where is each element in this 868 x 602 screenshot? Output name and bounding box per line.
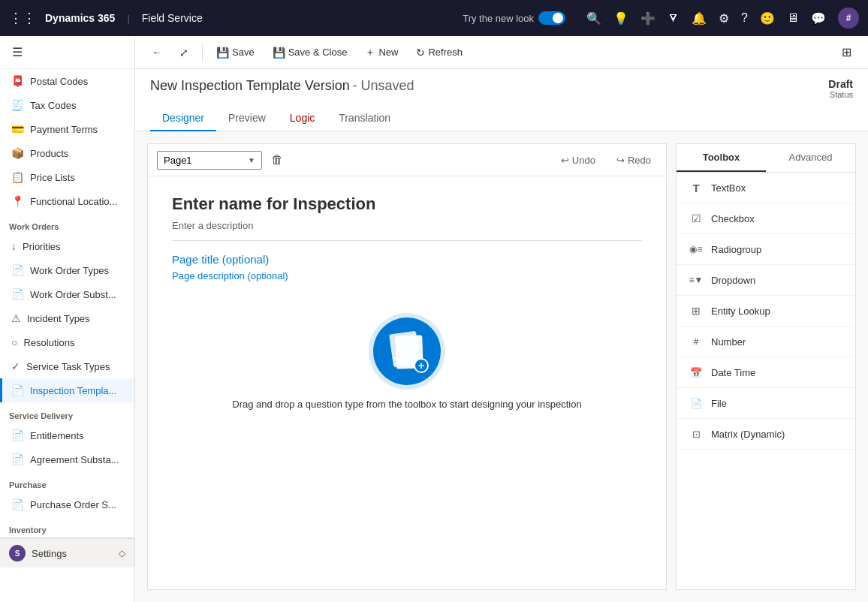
inspection-title-input[interactable]: Enter name for Inspection <box>172 194 642 214</box>
save-icon: 💾 <box>216 47 229 59</box>
inspection-description-input[interactable]: Enter a description <box>172 220 642 231</box>
tab-advanced[interactable]: Advanced <box>766 144 855 172</box>
page-title-block: New Inspection Template Version - Unsave… <box>150 78 414 94</box>
save-button[interactable]: 💾 Save <box>209 42 262 63</box>
sidebar-item-work-order-subst[interactable]: 📄 Work Order Subst... <box>0 282 134 306</box>
forward-button[interactable]: ⤢ <box>172 42 196 63</box>
expand-icon: ⊞ <box>842 45 851 59</box>
tab-logic[interactable]: Logic <box>278 106 327 131</box>
toolbox-panel: Toolbox Advanced T TextBox ☑ Checkbox ◉≡… <box>676 143 856 590</box>
page-status: Draft Status <box>828 78 853 99</box>
settings-bar[interactable]: S Settings ◇ <box>0 538 134 567</box>
tab-translation[interactable]: Translation <box>327 106 402 131</box>
expand-button[interactable]: ⊞ <box>834 41 859 64</box>
toolbox-item-radiogroup[interactable]: ◉≡ Radiogroup <box>677 234 855 265</box>
gear-icon[interactable]: ⚙ <box>719 11 729 26</box>
toolbox-label-radiogroup: Radiogroup <box>711 244 761 255</box>
payment-terms-icon: 💳 <box>11 123 24 135</box>
chat-icon[interactable]: 💬 <box>811 11 826 26</box>
save-close-label: Save & Close <box>288 47 348 58</box>
sidebar-item-service-task-types[interactable]: ✓ Service Task Types <box>0 354 134 378</box>
tab-designer[interactable]: Designer <box>150 106 216 131</box>
user-avatar[interactable]: # <box>838 8 859 29</box>
inspection-form: Enter name for Inspection Enter a descri… <box>148 176 666 589</box>
refresh-button[interactable]: ↻ Refresh <box>408 42 470 63</box>
checkbox-icon: ☑ <box>689 211 704 226</box>
lightbulb-icon[interactable]: 💡 <box>613 11 628 26</box>
remote-icon[interactable]: 🖥 <box>787 11 799 25</box>
sidebar-item-postal-codes[interactable]: 📮 Postal Codes <box>0 69 134 93</box>
cmd-separator <box>202 44 203 62</box>
file-icon: 📄 <box>689 396 704 411</box>
sidebar-item-inspection-templates[interactable]: 📄 Inspection Templa... <box>0 378 134 402</box>
inventory-header: Inventory <box>0 516 134 537</box>
back-button[interactable]: ← <box>144 42 169 62</box>
incident-types-icon: ⚠ <box>11 312 21 324</box>
work-order-subst-icon: 📄 <box>11 288 24 300</box>
help-icon[interactable]: ? <box>741 11 748 25</box>
bell-icon[interactable]: 🔔 <box>692 11 707 26</box>
sidebar-item-price-lists[interactable]: 📋 Price Lists <box>0 165 134 189</box>
sidebar-item-label: Inspection Templa... <box>30 385 116 396</box>
plus-icon[interactable]: ➕ <box>640 11 656 26</box>
page-dropdown-value: Page1 <box>164 155 192 166</box>
search-icon[interactable]: 🔍 <box>586 11 601 26</box>
sidebar-item-purchase-order[interactable]: 📄 Purchase Order S... <box>0 492 134 516</box>
filter-icon[interactable]: ⛛ <box>668 11 680 25</box>
sidebar-item-entitlements[interactable]: 📄 Entitlements <box>0 423 134 447</box>
forward-icon: ⤢ <box>179 47 188 59</box>
functional-locations-icon: 📍 <box>11 195 24 207</box>
toolbox-item-datetime[interactable]: 📅 Date Time <box>677 357 855 388</box>
toolbox-item-entity-lookup[interactable]: ⊞ Entity Lookup <box>677 296 855 327</box>
add-icon: + <box>414 358 429 373</box>
products-icon: 📦 <box>11 147 24 159</box>
toolbox-items: T TextBox ☑ Checkbox ◉≡ Radiogroup ≡▼ Dr… <box>677 173 855 589</box>
undo-button[interactable]: ↩ Undo <box>555 152 601 169</box>
toolbox-item-textbox[interactable]: T TextBox <box>677 173 855 203</box>
redo-button[interactable]: ↪ Redo <box>610 152 657 169</box>
grid-icon[interactable]: ⋮⋮ <box>9 10 36 26</box>
new-look-toggle[interactable] <box>538 11 565 25</box>
topnav-icons: 🔍 💡 ➕ ⛛ 🔔 ⚙ ? 🙂 🖥 💬 # <box>586 8 859 29</box>
settings-chevron-icon: ◇ <box>119 548 125 558</box>
sidebar-item-label: Service Task Types <box>26 361 110 372</box>
sidebar-item-resolutions[interactable]: ○ Resolutions <box>0 330 134 354</box>
page-section: Page title (optional) Page description (… <box>172 253 642 293</box>
sidebar-item-label: Work Order Subst... <box>30 289 116 300</box>
page-dropdown[interactable]: Page1 ▼ <box>157 151 262 170</box>
sidebar-item-label: Products <box>30 148 68 159</box>
inner-content: Page1 ▼ 🗑 ↩ Undo ↪ Redo <box>135 131 868 602</box>
sidebar-item-label: Entitlements <box>30 430 84 441</box>
toolbox-item-file[interactable]: 📄 File <box>677 388 855 419</box>
inspection-divider <box>172 240 642 241</box>
sidebar-item-products[interactable]: 📦 Products <box>0 141 134 165</box>
sidebar-item-agreement-subst[interactable]: 📄 Agreement Substa... <box>0 447 134 471</box>
toolbox-item-number[interactable]: # Number <box>677 327 855 357</box>
page-title-optional[interactable]: Page title (optional) <box>172 253 642 266</box>
new-button[interactable]: ＋ New <box>357 41 405 64</box>
sidebar-item-functional-locations[interactable]: 📍 Functional Locatio... <box>0 189 134 213</box>
toolbox-label-datetime: Date Time <box>711 367 755 378</box>
command-bar: ← ⤢ 💾 Save 💾 Save & Close ＋ New ↻ Refres… <box>135 36 868 69</box>
app-name: Dynamics 365 <box>45 12 115 24</box>
sparkle-icon-1: ✦ <box>393 337 399 345</box>
sidebar-item-work-order-types[interactable]: 📄 Work Order Types <box>0 258 134 282</box>
toolbox-item-dropdown[interactable]: ≡▼ Dropdown <box>677 265 855 296</box>
page-desc-optional[interactable]: Page description (optional) <box>172 270 642 281</box>
toolbox-item-checkbox[interactable]: ☑ Checkbox <box>677 203 855 234</box>
sidebar-item-tax-codes[interactable]: 🧾 Tax Codes <box>0 93 134 117</box>
drop-zone-text: Drag and drop a question type from the t… <box>232 397 581 413</box>
resolutions-icon: ○ <box>11 336 17 348</box>
toolbox-item-matrix[interactable]: ⊡ Matrix (Dynamic) <box>677 419 855 450</box>
sidebar-item-incident-types[interactable]: ⚠ Incident Types <box>0 306 134 330</box>
sidebar-item-payment-terms[interactable]: 💳 Payment Terms <box>0 117 134 141</box>
sidebar-item-priorities[interactable]: ↓ Priorities <box>0 234 134 258</box>
delete-page-icon[interactable]: 🗑 <box>268 150 286 170</box>
page-status-value: Draft <box>828 78 853 90</box>
sidebar-menu-icon[interactable]: ☰ <box>0 36 134 69</box>
save-close-button[interactable]: 💾 Save & Close <box>265 42 355 63</box>
page-title-row: New Inspection Template Version - Unsave… <box>150 78 853 99</box>
smiley-icon[interactable]: 🙂 <box>760 11 775 26</box>
tab-toolbox[interactable]: Toolbox <box>677 144 766 172</box>
tab-preview[interactable]: Preview <box>216 106 278 131</box>
